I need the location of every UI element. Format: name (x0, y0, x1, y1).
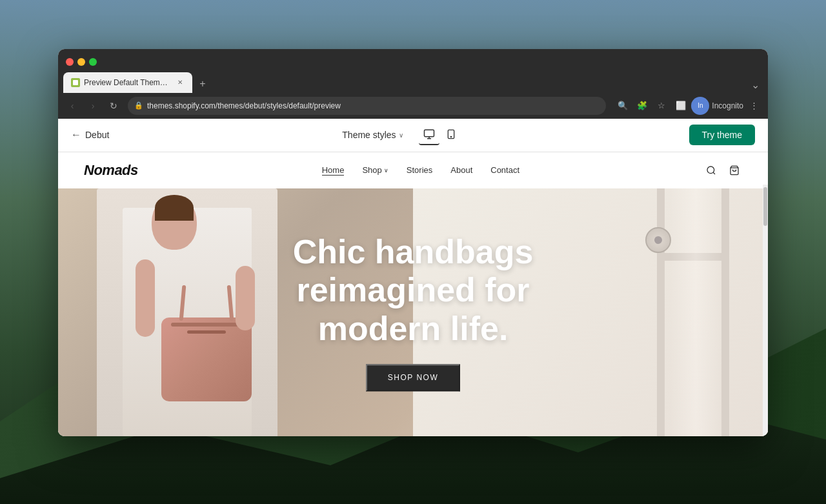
tablet-view-button[interactable] (441, 125, 461, 145)
nav-link-about[interactable]: About (450, 165, 472, 175)
nav-link-stories[interactable]: Stories (407, 165, 432, 175)
arm-left (136, 259, 155, 337)
browser-scrollbar[interactable] (763, 185, 768, 436)
profile-button[interactable]: In (691, 97, 709, 115)
minimize-window-button[interactable] (77, 58, 85, 66)
chrome-menu-button[interactable]: ⋮ (745, 97, 763, 115)
shop-now-button[interactable]: SHOP NOW (366, 364, 460, 391)
refresh-button[interactable]: ↻ (105, 97, 123, 115)
nav-link-shop[interactable]: Shop ∨ (362, 165, 388, 175)
browser-chrome: Preview Default Theme - Debu ✕ + ⌄ ‹ › ↻… (58, 49, 768, 119)
forward-button[interactable]: › (84, 97, 102, 115)
store-nav: Nomads Home Shop ∨ Stories About Contact (58, 152, 768, 188)
hero-section: Chic handbags reimagined for modern life… (58, 188, 768, 436)
back-label: Debut (85, 130, 109, 140)
svg-point-4 (450, 136, 451, 137)
url-text: themes.shopify.com/themes/debut/styles/d… (147, 101, 599, 110)
address-bar: ‹ › ↻ 🔒 themes.shopify.com/themes/debut/… (58, 93, 768, 119)
active-tab[interactable]: Preview Default Theme - Debu ✕ (63, 72, 192, 93)
website-content: ← Debut Theme styles ∨ (58, 119, 768, 436)
scrollbar-thumb[interactable] (763, 187, 767, 226)
maximize-window-button[interactable] (89, 58, 97, 66)
browser-toolbar-icons: 🔍 🧩 ☆ ⬜ In Incognito ⋮ (614, 97, 763, 115)
profile-label: In (698, 102, 703, 109)
browser-window: Preview Default Theme - Debu ✕ + ⌄ ‹ › ↻… (58, 49, 768, 436)
svg-point-5 (707, 166, 714, 174)
desktop-view-button[interactable] (419, 125, 439, 145)
svg-rect-0 (424, 130, 434, 137)
store-website: Nomads Home Shop ∨ Stories About Contact (58, 152, 768, 436)
tab-manager-button[interactable]: ⬜ (672, 97, 690, 115)
tab-title: Preview Default Theme - Debu (84, 78, 172, 87)
tab-menu-button[interactable]: ⌄ (747, 77, 763, 93)
store-nav-actions (703, 163, 742, 178)
theme-styles-chevron-icon: ∨ (399, 132, 403, 139)
store-cart-button[interactable] (727, 163, 742, 178)
window-light (670, 188, 721, 436)
extensions-icon-button[interactable]: 🧩 (633, 97, 651, 115)
back-to-themes-button[interactable]: ← Debut (71, 129, 109, 141)
store-search-button[interactable] (703, 163, 719, 178)
shopify-toolbar: ← Debut Theme styles ∨ (58, 119, 768, 152)
traffic-lights (66, 58, 97, 66)
bookmark-icon-button[interactable]: ☆ (652, 97, 670, 115)
hero-text: Chic handbags reimagined for modern life… (219, 233, 607, 391)
hero-headline: Chic handbags reimagined for modern life… (219, 233, 607, 348)
nav-link-contact[interactable]: Contact (490, 165, 519, 175)
nav-link-home[interactable]: Home (322, 165, 345, 176)
tab-bar: Preview Default Theme - Debu ✕ + ⌄ (58, 72, 768, 93)
incognito-label: Incognito (712, 101, 743, 110)
store-logo: Nomads (84, 162, 138, 179)
tab-close-button[interactable]: ✕ (176, 78, 185, 87)
try-theme-button[interactable]: Try theme (689, 125, 756, 145)
hair (155, 195, 194, 221)
svg-line-6 (713, 172, 715, 174)
search-icon-button[interactable]: 🔍 (614, 97, 632, 115)
theme-styles-button[interactable]: Theme styles ∨ (337, 127, 408, 143)
door-hardware (645, 227, 671, 253)
window-frame-2 (657, 188, 665, 436)
title-bar (58, 49, 768, 75)
shop-chevron-icon: ∨ (384, 167, 388, 174)
head (152, 195, 197, 250)
lock-icon: 🔒 (134, 101, 143, 110)
tab-favicon (71, 78, 80, 87)
store-nav-links: Home Shop ∨ Stories About Contact (138, 165, 703, 176)
new-tab-button[interactable]: + (194, 75, 212, 93)
theme-styles-label: Theme styles (342, 130, 396, 140)
close-window-button[interactable] (66, 58, 74, 66)
desktop: Preview Default Theme - Debu ✕ + ⌄ ‹ › ↻… (0, 0, 826, 504)
view-icons (419, 125, 461, 145)
back-arrow-icon: ← (71, 129, 81, 141)
address-input[interactable]: 🔒 themes.shopify.com/themes/debut/styles… (128, 97, 606, 115)
hardware-center (654, 236, 662, 244)
back-button[interactable]: ‹ (63, 97, 81, 115)
toolbar-center: Theme styles ∨ (109, 125, 689, 145)
window-frame-1 (721, 188, 729, 436)
